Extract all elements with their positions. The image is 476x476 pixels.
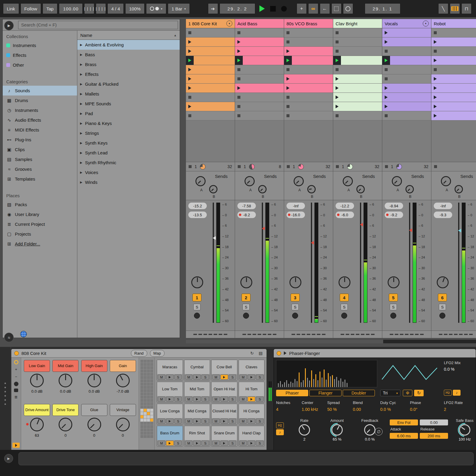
fader-handle[interactable] [360,223,363,226]
browser-item[interactable]: ▶Brass [77,60,180,69]
tap-tempo-button[interactable]: Tap [43,3,57,14]
volume-display[interactable]: -8.2 [237,212,256,218]
pad-mute-button[interactable]: M [158,441,165,446]
pan-knob[interactable] [191,276,203,288]
pad-solo-button[interactable]: S [174,397,182,402]
volume-fader[interactable] [309,203,314,323]
record-button[interactable] [281,6,287,12]
browser-item[interactable]: ▶Voices [77,167,180,177]
clip[interactable] [382,93,431,102]
phase-offset-button[interactable]: Φ [403,390,412,396]
track-activator-number[interactable]: 2 [242,294,250,301]
attack-value[interactable]: 6.00 ms [390,433,418,439]
pad-play-button[interactable] [193,419,201,424]
metronome-button[interactable]: ▾ [146,3,166,14]
clip[interactable] [284,47,333,56]
pad-play-button[interactable] [193,441,201,446]
pad-overview[interactable] [139,358,155,450]
pad-solo-button[interactable]: S [256,397,264,402]
drum-pad[interactable]: Open Hi HatMS [211,382,237,403]
macro-knob[interactable] [116,374,130,387]
send-a-knob[interactable] [441,176,451,186]
empty-clip-slot[interactable] [284,93,333,102]
minus-icon[interactable]: − [14,374,19,379]
category-item[interactable]: ◷Instruments [3,105,77,115]
empty-clip-slot[interactable] [382,65,431,74]
volume-fader[interactable] [456,203,462,323]
track-header[interactable]: Clav Bright [333,19,382,28]
browser-item[interactable]: ▶Synth Lead [77,148,180,158]
lfo-shape-selector[interactable]: Tri ▾ [380,390,400,396]
env-follower-button[interactable]: Env Fol [390,419,418,425]
clip-stop-button[interactable] [385,165,388,168]
clip-stop-button[interactable] [287,165,290,168]
empty-clip-slot[interactable] [235,102,284,111]
pad-mute-button[interactable]: M [212,419,220,424]
pad-play-button[interactable] [166,441,174,446]
place-item[interactable]: ⊞Add Folder... [3,239,77,249]
track-header[interactable]: 1 808 Core Kit▾ [186,19,235,28]
send-a-knob[interactable] [343,176,353,186]
track-activator-number[interactable]: 3 [291,294,300,301]
pad-solo-button[interactable]: S [229,375,237,380]
browser-fold-button[interactable]: ▶ [4,21,14,30]
send-a-knob[interactable] [392,176,402,186]
empty-clip-slot[interactable] [235,28,284,37]
macro-knob[interactable] [59,418,72,431]
solo-button[interactable]: S [390,304,397,310]
clip[interactable] [284,74,333,84]
send-b-knob[interactable] [356,185,365,193]
clip-stop-button[interactable] [238,165,241,168]
macro-knob[interactable] [87,418,101,431]
retrigger-button[interactable]: ↻ [414,390,424,396]
mode-button-doubler[interactable]: Doubler [343,390,375,396]
volume-display[interactable]: -13.5 [188,212,207,218]
pad-mute-button[interactable]: M [239,441,247,446]
empty-clip-slot[interactable] [284,37,333,47]
empty-clip-slot[interactable] [431,28,476,37]
browser-item[interactable]: ▶Guitar & Plucked [77,79,180,89]
browser-item[interactable]: ▶Strings [77,128,180,138]
fader-handle[interactable] [262,227,265,230]
macro-knob[interactable] [59,374,72,387]
browser-item[interactable]: ▶MPE Sounds [77,99,180,109]
pan-knob[interactable] [289,276,301,288]
drum-pad[interactable]: ClavesMS [239,360,265,381]
category-item[interactable]: ♪Sounds [3,86,77,95]
browser-item[interactable]: ▶Effects [77,69,180,79]
device-on-button[interactable] [277,351,281,356]
globe-icon[interactable] [20,331,27,337]
category-item[interactable]: ⊞Templates [3,174,77,184]
mode-button-phaser[interactable]: Phaser [276,390,308,396]
pad-play-button[interactable] [220,375,228,380]
browser-item[interactable]: ▶Pad [77,109,180,118]
punch-region-button[interactable] [331,3,342,14]
pad-mute-button[interactable]: M [212,397,220,402]
draw-mode-button[interactable]: ╲ [438,3,448,14]
hz-sync-button[interactable]: Hz [444,390,452,396]
pad-play-button[interactable] [248,441,255,446]
clip-stop-button[interactable] [434,165,437,168]
track-header[interactable]: Robot [431,19,476,28]
pan-knob[interactable] [339,276,350,288]
peak-level-display[interactable]: -Inf [434,203,452,209]
place-item[interactable]: ◉User Library [3,209,77,219]
pad-solo-button[interactable]: S [201,397,209,402]
empty-clip-slot[interactable] [284,102,333,111]
send-b-knob[interactable] [307,185,316,193]
solo-button[interactable]: S [341,304,348,310]
empty-clip-slot[interactable] [333,111,382,120]
browser-item[interactable]: ▶Bass [77,50,180,60]
arm-button[interactable] [390,313,396,319]
tempo-display[interactable]: 100.00 [59,3,83,14]
pad-mute-button[interactable]: M [212,375,220,380]
pad-play-button[interactable] [220,419,228,424]
nudge-up-button[interactable]: |||| [96,3,106,14]
send-b-knob[interactable] [258,185,267,193]
computer-midi-keyboard-button[interactable] [450,3,460,14]
macro-knob[interactable] [116,418,130,431]
playing-clip[interactable] [382,56,431,65]
playing-clip[interactable] [284,56,333,65]
place-item[interactable]: ▢Projects [3,229,77,239]
macro-name[interactable]: Gain [110,360,136,372]
